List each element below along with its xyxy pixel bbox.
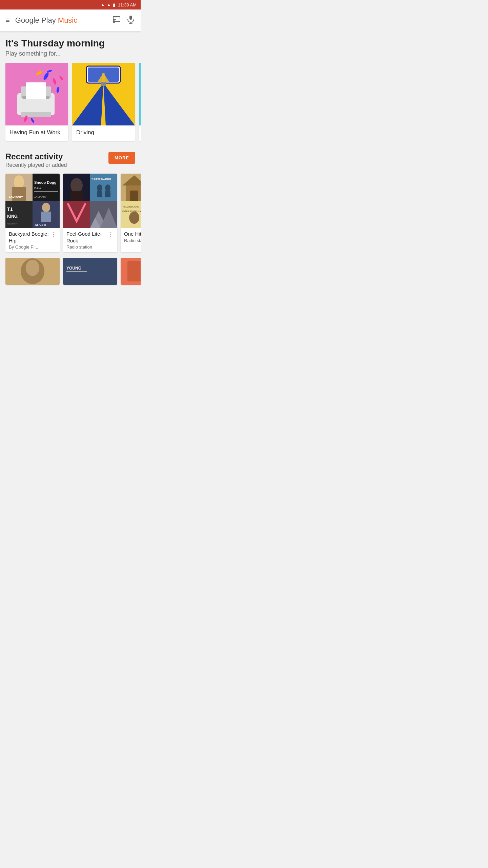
wifi-icon: ▲	[101, 2, 105, 7]
activity-title-feel-good: Feel-Good Lite-Rock	[66, 231, 106, 244]
svg-point-58	[70, 178, 83, 193]
svg-text:THE PROCLAIMERS: THE PROCLAIMERS	[92, 178, 111, 180]
svg-rect-20	[26, 82, 46, 99]
svg-text:M A S E: M A S E	[35, 223, 46, 226]
playlist-card-throwback[interactable]: Throwback Thursday	[139, 63, 141, 141]
svg-point-63	[105, 184, 110, 191]
activity-subtitle-feel-good: Radio station	[66, 244, 106, 250]
ohw-cell-1	[121, 174, 141, 201]
svg-text:YELLOWCARD: YELLOWCARD	[122, 205, 139, 208]
svg-rect-5	[120, 16, 120, 19]
svg-rect-21	[21, 112, 51, 117]
app-title: Google Play Music	[15, 16, 107, 25]
svg-point-23	[30, 118, 35, 123]
title-play: Google Play	[15, 16, 58, 24]
thumb-cell-4: M A S E	[33, 201, 60, 228]
svg-point-7	[113, 21, 115, 23]
activity-card-bottom-3[interactable]	[121, 258, 141, 285]
activity-info-backyard-boogie: Backyard Boogie: Hip By Google Pl... ⋮	[5, 228, 60, 252]
greeting-section: It's Thursday morning Play something for…	[5, 38, 135, 57]
title-music: Music	[58, 16, 77, 24]
activity-cards-grid: ADVISORY Snoop Dogg R&G ADVISORY	[0, 174, 141, 258]
recent-activity-section: Recent activity Recently played or added…	[5, 152, 135, 290]
svg-text:R&G: R&G	[34, 186, 41, 190]
activity-info-one-hit-wonders: One Hit Wonders Radio station ⋮	[121, 228, 141, 246]
svg-point-16	[46, 69, 52, 73]
svg-rect-4	[113, 16, 114, 22]
svg-text:ADVISORY: ADVISORY	[9, 196, 23, 199]
activity-text-backyard-boogie: Backyard Boogie: Hip By Google Pl...	[9, 231, 49, 250]
svg-rect-3	[113, 16, 120, 17]
activity-subtitle-one-hit-wonders: Radio station	[124, 238, 141, 243]
svg-point-41	[14, 175, 24, 189]
topbar-icons	[112, 15, 135, 26]
svg-text:T.I.: T.I.	[7, 206, 14, 212]
activity-title-one-hit-wonders: One Hit Wonders	[124, 231, 141, 237]
thumb-cell-fg4	[90, 201, 117, 228]
card-label-driving: Driving	[72, 125, 135, 141]
activity-card-one-hit-wonders[interactable]: YELLOWCARD INTERSTATE MANAGERS	[121, 174, 141, 252]
thumb-cell-2: Snoop Dogg R&G ADVISORY	[33, 174, 60, 201]
ohw-cell-3: YELLOWCARD INTERSTATE MANAGERS	[121, 201, 141, 228]
mic-icon[interactable]	[126, 15, 135, 26]
card-label-having-fun: Having Fun at Work	[5, 125, 68, 141]
playlist-card-driving[interactable]: Driving	[72, 63, 135, 141]
svg-rect-55	[41, 212, 51, 222]
svg-text:ADVISORY: ADVISORY	[7, 223, 18, 225]
svg-point-15	[59, 75, 64, 81]
card-label-throwback: Throwback Thursday	[139, 125, 141, 141]
activity-card-bottom-1[interactable]	[5, 258, 60, 285]
svg-point-54	[42, 203, 50, 212]
svg-point-88	[26, 260, 39, 276]
activity-more-feel-good[interactable]: ⋮	[106, 231, 114, 238]
recent-header: Recent activity Recently played or added…	[5, 152, 135, 168]
main-content: It's Thursday morning Play something for…	[0, 31, 141, 290]
activity-title-backyard-boogie: Backyard Boogie: Hip	[9, 231, 49, 244]
svg-point-62	[97, 184, 102, 191]
status-icons: ▲ ▲ ▮	[101, 2, 115, 7]
recent-subtitle: Recently played or added	[5, 162, 67, 168]
activity-card-backyard-boogie[interactable]: ADVISORY Snoop Dogg R&G ADVISORY	[5, 174, 60, 252]
svg-rect-66	[63, 201, 90, 228]
thumb-cell-3: T.I. KING. ADVISORY	[5, 201, 33, 228]
svg-text:Snoop Dogg: Snoop Dogg	[34, 180, 56, 184]
svg-rect-47	[34, 191, 58, 192]
activity-info-feel-good: Feel-Good Lite-Rock Radio station ⋮	[63, 228, 117, 252]
svg-rect-60	[90, 174, 117, 201]
topbar: ≡ Google Play Music	[0, 9, 141, 31]
activity-more-backyard-boogie[interactable]: ⋮	[49, 231, 56, 238]
svg-rect-31	[101, 82, 106, 86]
activity-card-feel-good[interactable]: THE PROCLAIMERS	[63, 174, 117, 252]
greeting-heading: It's Thursday morning	[5, 38, 135, 49]
card-image-having-fun	[5, 63, 68, 125]
svg-rect-42	[12, 187, 26, 201]
more-button[interactable]: MORE	[108, 152, 135, 164]
svg-rect-91	[66, 271, 87, 272]
cast-icon[interactable]	[112, 15, 121, 26]
activity-subtitle-backyard-boogie: By Google Pl...	[9, 244, 49, 250]
svg-rect-93	[127, 261, 141, 281]
menu-button[interactable]: ≡	[5, 16, 10, 25]
thumb-cell-fg1	[63, 174, 90, 201]
recent-title: Recent activity	[5, 152, 67, 161]
activity-card-bottom-2[interactable]: YOUNG	[63, 258, 117, 285]
playlist-card-having-fun[interactable]: Having Fun at Work	[5, 63, 68, 141]
card-image-throwback	[139, 63, 141, 125]
svg-point-14	[56, 86, 60, 93]
svg-point-12	[52, 78, 57, 85]
activity-thumb-feel-good: THE PROCLAIMERS	[63, 174, 117, 228]
svg-rect-65	[105, 191, 110, 197]
activity-thumb-one-hit-wonders: YELLOWCARD INTERSTATE MANAGERS	[121, 174, 141, 228]
svg-point-13	[35, 70, 43, 76]
svg-text:ADVISORY: ADVISORY	[34, 196, 46, 198]
card-image-driving	[72, 63, 135, 125]
svg-point-82	[129, 212, 139, 224]
recent-title-group: Recent activity Recently played or added	[5, 152, 67, 168]
svg-text:KING.: KING.	[7, 214, 18, 219]
svg-text:YOUNG: YOUNG	[66, 266, 81, 271]
thumb-cell-1: ADVISORY	[5, 174, 33, 201]
svg-rect-64	[97, 191, 102, 197]
ohw-collage: YELLOWCARD INTERSTATE MANAGERS	[121, 174, 141, 228]
svg-text:INTERSTATE MANAGERS: INTERSTATE MANAGERS	[122, 210, 141, 213]
svg-point-11	[43, 72, 50, 81]
